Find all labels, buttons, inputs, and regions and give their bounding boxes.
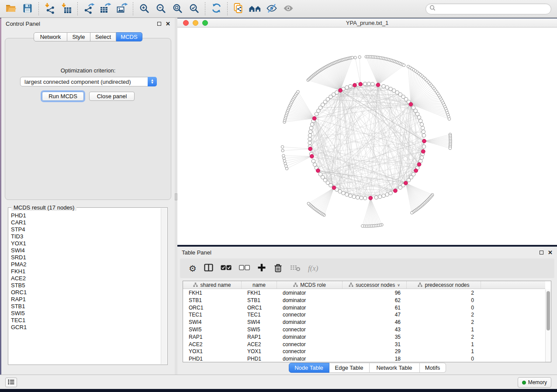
network-window-titlebar[interactable]: YPA_prune.txt_1	[177, 18, 557, 28]
network-node[interactable]	[415, 112, 419, 116]
network-hub-node[interactable]	[359, 82, 363, 86]
column-header-successor-nodes[interactable]: successor nodes∨	[343, 281, 407, 289]
table-row[interactable]: ACE2ACE2connector311	[183, 341, 545, 348]
mcds-result-item[interactable]: SWI5	[11, 310, 161, 317]
first-neighbors-button[interactable]	[247, 1, 263, 17]
network-node[interactable]	[402, 64, 405, 66]
network-node[interactable]	[411, 211, 413, 214]
float-panel-icon[interactable]	[540, 251, 543, 254]
table-row[interactable]: STB1STB1dominator620	[183, 297, 545, 304]
network-node[interactable]	[335, 91, 339, 94]
network-node[interactable]	[281, 145, 284, 148]
show-all-button[interactable]	[280, 1, 297, 17]
delete-table-button[interactable]	[290, 264, 301, 273]
network-node[interactable]	[407, 179, 411, 182]
zoom-out-button[interactable]	[152, 1, 169, 17]
network-node[interactable]	[345, 86, 349, 89]
mcds-result-item[interactable]: STB5	[11, 282, 161, 289]
network-node[interactable]	[374, 196, 378, 199]
network-node[interactable]	[378, 195, 382, 199]
table-row[interactable]: SWI5SWI5connector431	[183, 326, 545, 334]
table-row[interactable]: RAP1RAP1dominator352	[183, 334, 545, 341]
optimization-criterion-select[interactable]: largest connected component (undirected)…	[20, 77, 157, 86]
network-node[interactable]	[326, 97, 329, 101]
network-node[interactable]	[349, 85, 352, 88]
tab-style[interactable]: Style	[67, 32, 90, 41]
network-hub-node[interactable]	[316, 169, 320, 173]
network-hub-node[interactable]	[421, 150, 425, 154]
network-node[interactable]	[385, 86, 389, 89]
select-all-button[interactable]	[221, 265, 232, 272]
network-hub-node[interactable]	[308, 147, 312, 151]
network-node[interactable]	[422, 145, 426, 148]
open-file-button[interactable]	[3, 1, 19, 17]
network-canvas[interactable]	[177, 28, 557, 245]
close-panel-icon[interactable]: ✕	[548, 250, 553, 255]
network-node[interactable]	[315, 112, 318, 116]
tab-motifs[interactable]: Motifs	[420, 363, 446, 373]
network-node[interactable]	[323, 179, 327, 182]
mcds-result-item[interactable]: SWI4	[11, 247, 161, 254]
table-row[interactable]: YOX1YOX1connector291	[183, 348, 545, 355]
network-node[interactable]	[332, 93, 336, 96]
network-node[interactable]	[363, 196, 367, 200]
mcds-result-item[interactable]: YOX1	[11, 240, 161, 247]
table-row[interactable]: SWI4SWI4dominator462	[183, 319, 545, 326]
task-history-button[interactable]	[5, 378, 17, 387]
network-hub-node[interactable]	[414, 169, 418, 173]
table-row[interactable]: PHD1PHD1dominator180	[183, 355, 545, 362]
network-node[interactable]	[395, 91, 399, 94]
network-node[interactable]	[421, 126, 425, 130]
mcds-list-scrollbar[interactable]	[161, 208, 167, 364]
mcds-result-item[interactable]: CAR1	[11, 219, 161, 226]
network-node[interactable]	[283, 157, 285, 160]
export-network-button[interactable]	[80, 1, 97, 17]
table-scrollbar-thumb[interactable]	[547, 291, 550, 330]
memory-button[interactable]: Memory	[518, 377, 551, 388]
mcds-result-item[interactable]: PMA2	[11, 261, 161, 268]
network-node[interactable]	[349, 194, 352, 197]
table-row[interactable]: TEC1TEC1connector472	[183, 311, 545, 319]
network-node[interactable]	[342, 191, 345, 195]
network-node[interactable]	[409, 175, 413, 179]
hide-selected-button[interactable]	[263, 1, 280, 17]
split-view-button[interactable]	[204, 264, 213, 273]
close-panel-icon[interactable]: ✕	[166, 21, 170, 27]
tab-edge-table[interactable]: Edge Table	[329, 363, 370, 373]
network-node[interactable]	[401, 95, 405, 99]
network-node[interactable]	[308, 134, 312, 137]
network-node[interactable]	[389, 191, 392, 195]
tab-select[interactable]: Select	[90, 32, 116, 41]
network-node[interactable]	[420, 156, 423, 159]
mcds-result-item[interactable]: TEC1	[11, 317, 161, 324]
network-node[interactable]	[419, 119, 422, 123]
delete-column-button[interactable]	[273, 263, 283, 274]
network-node[interactable]	[297, 90, 299, 93]
column-header-mcds-role[interactable]: MCDS role	[277, 281, 343, 289]
network-hub-node[interactable]	[339, 89, 343, 93]
run-mcds-button[interactable]: Run MCDS	[42, 92, 84, 101]
network-node[interactable]	[367, 82, 370, 86]
search-input[interactable]	[436, 6, 547, 12]
network-node[interactable]	[313, 163, 317, 166]
network-hub-node[interactable]	[312, 117, 316, 120]
tab-mcds[interactable]: MCDS	[116, 32, 142, 41]
network-node[interactable]	[329, 183, 332, 187]
search-box[interactable]	[426, 3, 551, 14]
tab-network[interactable]: Network	[34, 32, 67, 41]
zoom-in-button[interactable]	[136, 1, 152, 17]
network-node[interactable]	[422, 134, 426, 137]
network-node[interactable]	[308, 138, 311, 141]
mcds-result-item[interactable]: GCR1	[11, 324, 161, 331]
network-node[interactable]	[420, 123, 423, 126]
network-node[interactable]	[371, 83, 374, 86]
export-image-button[interactable]	[114, 1, 130, 17]
network-node[interactable]	[414, 109, 417, 113]
table-row[interactable]: FKH1FKH1dominator962	[183, 289, 545, 297]
create-column-button[interactable]	[257, 263, 266, 273]
network-node[interactable]	[318, 172, 322, 176]
function-builder-button[interactable]: f(x)	[308, 264, 318, 273]
tab-network-table[interactable]: Network Table	[370, 363, 420, 373]
network-node[interactable]	[317, 109, 320, 113]
mcds-result-item[interactable]: STP4	[11, 226, 161, 233]
